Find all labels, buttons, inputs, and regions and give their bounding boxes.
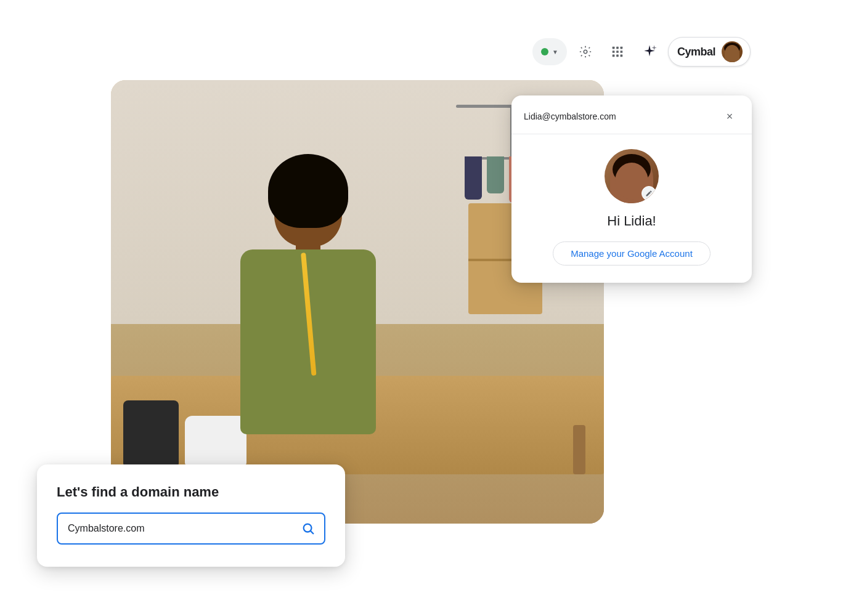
svg-rect-2 bbox=[616, 47, 619, 49]
status-dot bbox=[541, 48, 548, 55]
svg-rect-5 bbox=[616, 51, 619, 53]
svg-rect-3 bbox=[621, 47, 623, 49]
domain-title: Let's find a domain name bbox=[57, 484, 325, 500]
popup-body: Hi Lidia! Manage your Google Account bbox=[511, 134, 752, 283]
grid-icon bbox=[611, 45, 624, 59]
svg-rect-9 bbox=[621, 55, 623, 57]
close-icon: × bbox=[727, 110, 733, 123]
avatar-edit-badge[interactable] bbox=[641, 186, 656, 201]
person-hair bbox=[268, 154, 348, 228]
svg-line-11 bbox=[311, 531, 313, 533]
avatar-face bbox=[725, 45, 739, 62]
toolbar: ▼ Cymbal bbox=[532, 37, 751, 67]
domain-input[interactable] bbox=[58, 523, 292, 534]
garment-1 bbox=[465, 156, 482, 200]
brand-label: Cymbal bbox=[677, 46, 715, 59]
monitor bbox=[123, 400, 179, 468]
ai-button[interactable] bbox=[636, 38, 663, 65]
svg-rect-4 bbox=[613, 51, 615, 53]
manage-account-button[interactable]: Manage your Google Account bbox=[553, 241, 711, 265]
domain-search-row bbox=[57, 513, 325, 545]
svg-rect-7 bbox=[613, 55, 615, 57]
domain-search-button[interactable] bbox=[292, 513, 324, 545]
desk-leg-right bbox=[573, 425, 585, 474]
sparkle-icon bbox=[641, 44, 658, 60]
account-popup: Lidia@cymbalstore.com × Hi Lidia! Manage… bbox=[511, 95, 752, 283]
dropdown-arrow-icon: ▼ bbox=[552, 49, 558, 55]
account-button[interactable]: Cymbal bbox=[668, 37, 751, 67]
settings-button[interactable] bbox=[572, 38, 599, 65]
svg-rect-6 bbox=[621, 51, 623, 53]
popup-close-button[interactable]: × bbox=[720, 107, 739, 126]
svg-rect-1 bbox=[613, 47, 615, 49]
svg-rect-8 bbox=[616, 55, 619, 57]
apps-button[interactable] bbox=[604, 38, 631, 65]
popup-header: Lidia@cymbalstore.com × bbox=[511, 95, 752, 134]
svg-point-0 bbox=[584, 50, 587, 54]
popup-greeting: Hi Lidia! bbox=[607, 213, 656, 229]
search-icon bbox=[301, 522, 315, 535]
avatar bbox=[722, 41, 743, 62]
popup-email: Lidia@cymbalstore.com bbox=[524, 111, 616, 121]
status-button[interactable]: ▼ bbox=[532, 38, 567, 65]
popup-avatar bbox=[605, 149, 659, 203]
garment-2 bbox=[487, 156, 504, 193]
domain-widget: Let's find a domain name bbox=[37, 464, 345, 567]
gear-icon bbox=[579, 45, 592, 59]
